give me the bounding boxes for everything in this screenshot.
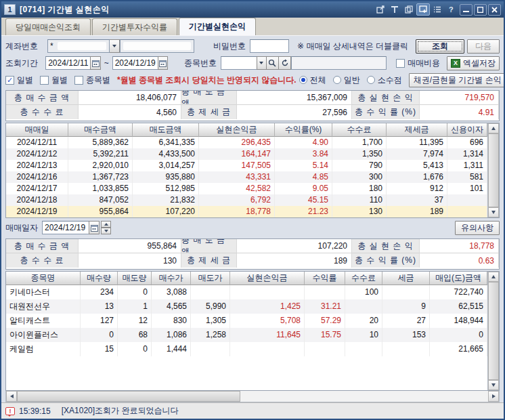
popout-icon[interactable] xyxy=(374,3,387,16)
stock-dropdown-button[interactable] xyxy=(257,56,267,70)
daily-scroll-track[interactable] xyxy=(488,133,499,207)
list-icon[interactable] xyxy=(431,3,444,16)
tab-2[interactable]: 기간별투자수익률 xyxy=(92,18,177,35)
table-cell: 2024/12/16 xyxy=(6,171,68,183)
table-cell: 27 xyxy=(382,314,430,328)
table-row[interactable]: 2024/12/132,920,0103,014,257147,5055.147… xyxy=(6,160,487,171)
summary-value: 15,367,009 xyxy=(237,91,352,105)
view-checkbox-3[interactable]: 종목별 xyxy=(74,75,110,86)
refresh-icon[interactable] xyxy=(278,56,291,70)
stock-scroll-track[interactable] xyxy=(488,282,499,380)
table-row[interactable]: 2024/12/171,033,855512,98542,5829.051809… xyxy=(6,183,487,194)
account-input[interactable]: * xyxy=(47,39,110,53)
filter-panel: 계좌번호 * 비밀번호 ※ 매매일 상세내역은 더블클릭 조회 다음 조회기간 … xyxy=(1,36,504,89)
summary-label: 총 제 세 금 xyxy=(181,253,237,268)
date-to-calendar-icon[interactable] xyxy=(158,56,168,70)
date-to-input[interactable]: 2024/12/19 xyxy=(112,56,158,70)
table-cell: 1,367,723 xyxy=(68,171,133,183)
close-button[interactable] xyxy=(488,4,501,16)
scroll-up-icon[interactable] xyxy=(488,123,499,133)
summary-label: 총 수 익 률 (%) xyxy=(352,105,420,119)
scope-radio-1[interactable]: 전체 xyxy=(299,75,326,86)
view-checkbox-label: 일별 xyxy=(17,75,33,86)
daily-table-scrollbar[interactable] xyxy=(487,123,499,217)
password-input[interactable] xyxy=(250,39,289,53)
table-cell: 7,974 xyxy=(387,148,447,160)
hscroll-track[interactable] xyxy=(17,391,488,402)
status-time: 15:39:15 xyxy=(19,406,51,416)
scroll-right-icon[interactable] xyxy=(488,391,499,402)
column-header: 제세금 xyxy=(387,123,447,137)
table-row[interactable]: 알티캐스트127128301,3055,70857.292027148,944 xyxy=(6,314,487,328)
account-label: 계좌번호 xyxy=(5,41,43,52)
stepper-down-icon[interactable] xyxy=(101,228,111,234)
next-button[interactable]: 다음 xyxy=(467,39,500,54)
checkbox-icon: ✓ xyxy=(5,76,14,85)
table-cell: 1,350 xyxy=(332,148,387,160)
excel-save-button[interactable]: X 엑셀저장 xyxy=(447,56,500,70)
table-row[interactable]: 2024/12/161,367,723935,88043,3314.853001… xyxy=(6,171,487,183)
fee-checkbox[interactable]: 매매비용 xyxy=(396,58,440,69)
column-header: 매매일 xyxy=(6,123,68,137)
bond-gold-pl-button[interactable]: 채권/금현물 기간별 손익 xyxy=(409,73,505,87)
view-checkbox-2[interactable]: 월별 xyxy=(40,75,68,86)
table-row[interactable]: 2024/12/19955,864107,22018,77821.2313018… xyxy=(6,206,487,217)
scope-radio-2[interactable]: 일반 xyxy=(333,75,360,86)
query-button[interactable]: 조회 xyxy=(416,39,464,54)
period-summary: 총 매 수 금 액18,406,077총 매 도 금 액15,367,009총 … xyxy=(5,90,500,121)
summary-label: 총 수 수 료 xyxy=(6,105,79,119)
table-row[interactable]: 키네마스터23403,088100722,740 xyxy=(6,285,487,299)
scroll-left-icon[interactable] xyxy=(6,391,17,402)
help-icon[interactable]: ? xyxy=(445,3,458,16)
account-dropdown-button[interactable] xyxy=(109,39,120,53)
table-cell xyxy=(382,342,430,356)
table-cell: 31.21 xyxy=(305,299,345,314)
column-header: 수수료 xyxy=(332,123,387,137)
text-icon[interactable] xyxy=(388,3,401,16)
scope-radio-3[interactable]: 소수점 xyxy=(367,75,402,86)
checkbox-icon xyxy=(74,76,83,85)
table-row[interactable]: 대원전선우1314,5655,9901,42531.21962,515 xyxy=(6,299,487,314)
table-cell: 3,088 xyxy=(152,285,191,299)
date-from-calendar-icon[interactable] xyxy=(90,56,100,70)
table-cell: 790 xyxy=(332,160,387,171)
stock-table-scrollbar[interactable] xyxy=(487,272,499,390)
table-header-row: 매매일매수금액매도금액실현손익금수익률(%)수수료제세금신용이자 xyxy=(6,123,487,137)
table-row[interactable]: 2024/12/125,392,2114,433,500164,1473.841… xyxy=(6,148,487,160)
table-row[interactable]: 아이윈플러스0681,0861,25811,64515.75101530 xyxy=(6,328,487,342)
table-cell: 2024/12/12 xyxy=(6,148,68,160)
horizontal-scrollbar[interactable] xyxy=(5,391,500,402)
summary-value: 955,864 xyxy=(79,239,181,253)
tab-1[interactable]: 당일매매손익조회 xyxy=(5,18,91,35)
tab-3[interactable]: 기간별실현손익 xyxy=(179,18,256,35)
table-cell: 296,435 xyxy=(199,137,275,148)
summary-label: 총 수 익 률 (%) xyxy=(352,253,420,268)
search-icon[interactable] xyxy=(266,56,279,70)
copy-icon[interactable] xyxy=(402,3,416,16)
scroll-up-icon[interactable] xyxy=(488,272,499,282)
multiwindow-icon[interactable] xyxy=(416,3,430,16)
date-from-input[interactable]: 2024/12/11 xyxy=(45,56,91,70)
scroll-down-icon[interactable] xyxy=(488,207,499,217)
table-cell: 1,425 xyxy=(230,299,305,314)
maximize-button[interactable] xyxy=(474,4,487,16)
notice-button[interactable]: 유의사항 xyxy=(455,221,500,235)
stock-code-input[interactable] xyxy=(221,56,257,70)
summary-label: 총 수 수 료 xyxy=(6,253,79,268)
stock-scroll-thumb[interactable] xyxy=(488,282,499,380)
daily-scroll-thumb[interactable] xyxy=(488,133,499,207)
minimize-button[interactable] xyxy=(460,4,473,16)
table-row[interactable]: 2024/12/18847,05221,8326,79245.1511037 xyxy=(6,194,487,206)
hscroll-thumb[interactable] xyxy=(17,391,240,402)
table-row[interactable]: 2024/12/115,889,3626,341,335296,4354.901… xyxy=(6,137,487,148)
trade-date-calendar-icon[interactable] xyxy=(89,221,100,234)
trade-date-input[interactable]: 2024/12/19 xyxy=(42,221,89,234)
table-cell: 1,700 xyxy=(332,137,387,148)
table-cell: 2024/12/11 xyxy=(6,137,68,148)
scroll-down-icon[interactable] xyxy=(488,380,499,390)
column-header: 매수금액 xyxy=(68,123,133,137)
stepper-up-icon[interactable] xyxy=(101,221,111,228)
table-cell: 300 xyxy=(332,171,387,183)
table-row[interactable]: 케일럼1501,44421,665 xyxy=(6,342,487,356)
view-checkbox-1[interactable]: ✓일별 xyxy=(5,75,33,86)
